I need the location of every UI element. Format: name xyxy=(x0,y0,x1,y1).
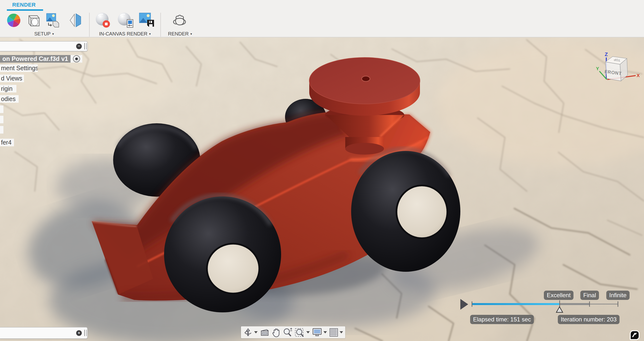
ribbon-divider xyxy=(89,13,90,37)
quality-label-final[interactable]: Final xyxy=(580,291,599,300)
render-progress-slider[interactable] xyxy=(459,299,621,314)
browser-item-body[interactable]: fer4 xyxy=(0,139,14,146)
ribbon-toolbar: RENDER xyxy=(0,0,644,37)
in-canvas-render-icon[interactable] xyxy=(94,13,112,28)
timeline-expand-button[interactable]: + xyxy=(76,330,82,336)
pan-icon[interactable] xyxy=(272,328,280,337)
in-canvas-render-label: IN-CANVAS RENDER xyxy=(99,31,148,37)
hubcap-front xyxy=(207,244,259,294)
capture-image-icon[interactable] xyxy=(138,13,156,28)
browser-item-origin[interactable]: rigin xyxy=(0,85,16,92)
look-at-icon[interactable] xyxy=(260,328,270,337)
iteration-number-readout: Iteration number: 203 xyxy=(558,315,620,324)
in-canvas-render-dropdown[interactable]: IN-CANVAS RENDER ▾ xyxy=(96,31,154,36)
tab-render-underline xyxy=(7,9,43,11)
browser-item-bodies[interactable]: odies xyxy=(0,95,18,103)
setup-label: SETUP xyxy=(34,31,51,37)
decal-icon[interactable] xyxy=(44,13,63,28)
render-teapot-icon[interactable] xyxy=(172,13,188,28)
chevron-down-icon: ▾ xyxy=(190,32,192,36)
elapsed-time-readout: Elapsed time: 151 sec xyxy=(470,315,534,324)
browser-collapse-button[interactable]: − xyxy=(76,43,82,49)
progress-bar-filled xyxy=(472,303,560,305)
display-settings-icon[interactable] xyxy=(312,328,327,337)
browser-item-document[interactable]: on Powered Car.f3d v1 xyxy=(0,55,82,63)
browser-item[interactable] xyxy=(0,116,4,123)
browser-item-named-views[interactable]: d Views xyxy=(0,75,24,82)
quality-label-infinite[interactable]: Infinite xyxy=(606,291,630,300)
play-icon[interactable] xyxy=(460,299,468,310)
browser-panel-header[interactable]: − xyxy=(0,41,88,51)
chevron-down-icon: ▾ xyxy=(149,32,151,36)
autodesk-icon xyxy=(630,331,639,340)
in-canvas-render-settings-icon[interactable] xyxy=(117,13,134,28)
browser-item-document-settings[interactable]: ment Settings xyxy=(0,64,38,72)
timeline-resize-grip[interactable] xyxy=(84,330,87,336)
quality-label-excellent[interactable]: Excellent xyxy=(544,291,574,300)
render-label: RENDER xyxy=(168,31,188,37)
orbit-icon[interactable] xyxy=(243,327,258,338)
document-name: on Powered Car.f3d v1 xyxy=(0,55,70,63)
document-active-radio[interactable] xyxy=(73,55,80,62)
texture-map-controls-icon[interactable] xyxy=(68,13,83,28)
orbit-caret[interactable] xyxy=(254,331,258,334)
navigation-toolbar xyxy=(241,326,345,338)
grid-caret[interactable] xyxy=(340,331,343,334)
hubcap-rear xyxy=(396,185,447,238)
progress-bar-tail xyxy=(590,304,618,305)
scene-settings-icon[interactable] xyxy=(25,13,41,28)
timeline-panel-header[interactable]: + xyxy=(0,327,88,339)
ribbon-divider xyxy=(160,13,161,37)
setup-dropdown[interactable]: SETUP ▾ xyxy=(24,31,64,36)
x-axis-label: X xyxy=(637,73,640,78)
autodesk-logo-badge[interactable] xyxy=(629,329,640,341)
display-settings-caret[interactable] xyxy=(324,331,327,334)
y-axis-label: Y xyxy=(596,66,599,71)
window-zoom-caret[interactable] xyxy=(306,331,310,334)
browser-item[interactable] xyxy=(0,126,4,134)
chevron-down-icon: ▾ xyxy=(52,32,54,36)
browser-resize-grip[interactable] xyxy=(84,43,87,49)
document-activate-chip[interactable] xyxy=(70,55,82,63)
appearance-icon[interactable] xyxy=(6,13,21,28)
quality-slider-handle[interactable] xyxy=(556,307,563,312)
fusion360-render-workspace: { "ribbon": { "active_tab": "RENDER", "a… xyxy=(0,0,644,341)
window-zoom-icon[interactable] xyxy=(295,328,310,337)
browser-item[interactable] xyxy=(0,105,4,113)
viewcube[interactable]: FRONT TOP Z X Y xyxy=(592,50,642,92)
z-axis-label: Z xyxy=(605,51,608,57)
tab-render[interactable]: RENDER xyxy=(12,2,36,8)
zoom-icon[interactable] xyxy=(283,328,292,337)
grid-icon[interactable] xyxy=(329,328,343,337)
progress-bar-remaining xyxy=(560,303,590,305)
render-viewport[interactable] xyxy=(0,0,644,341)
render-dropdown[interactable]: RENDER ▾ xyxy=(164,31,196,36)
